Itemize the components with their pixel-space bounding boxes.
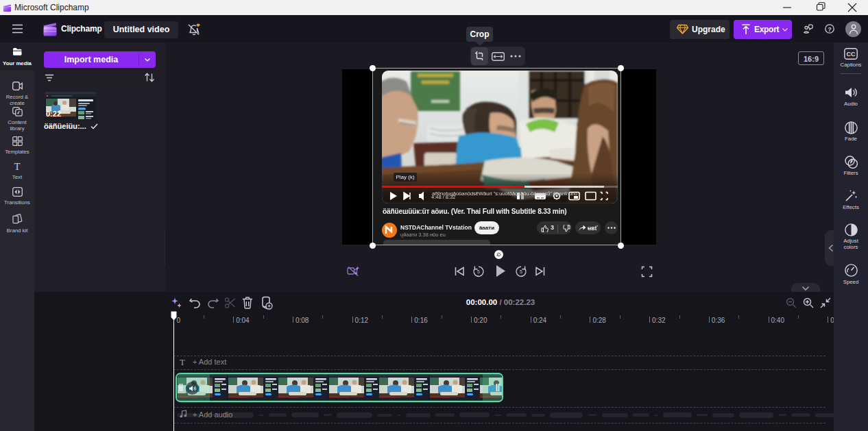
svg-text:CC: CC [847, 51, 856, 58]
svg-text:?: ? [828, 26, 832, 33]
svg-text:5: 5 [520, 269, 522, 274]
svg-text:5: 5 [477, 269, 480, 274]
